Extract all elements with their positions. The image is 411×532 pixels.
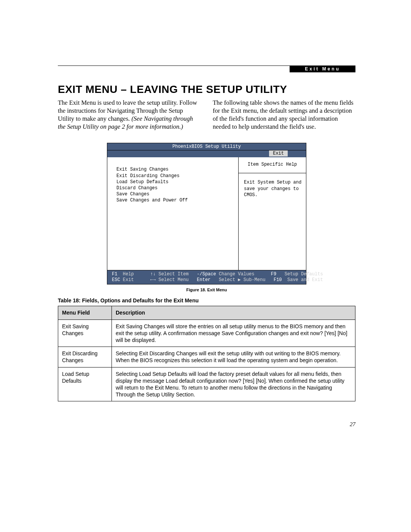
table-cell-desc: Selecting Exit Discarding Changes will e… (112, 347, 355, 367)
bios-label-help: Help (123, 272, 134, 277)
bios-key-f10: F10 (274, 277, 282, 283)
bios-label-setup-defaults: Setup Defaults (285, 272, 323, 277)
bios-key-f9: F9 (271, 272, 276, 277)
table-header-menu-field: Menu Field (58, 306, 112, 320)
bios-footer: F1 Help ↑↓ Select Item -/Space Change Va… (107, 270, 306, 284)
bios-screenshot: PhoenixBIOS Setup Utility Exit Exit Savi… (107, 143, 306, 284)
bios-footer-row-1: F1 Help ↑↓ Select Item -/Space Change Va… (112, 272, 301, 277)
section-tag: Exit Menu (290, 66, 355, 72)
table-header-description: Description (112, 306, 355, 320)
table-caption: Table 18: Fields, Options and Defaults f… (58, 297, 355, 304)
bios-tab-exit: Exit (269, 150, 288, 157)
bios-label-select-item: Select Item (158, 272, 188, 277)
table-row: Load Setup Defaults Selecting Load Setup… (58, 367, 355, 401)
table-row: Exit Saving Changes Exit Saving Changes … (58, 320, 355, 347)
bios-title: PhoenixBIOS Setup Utility (107, 143, 306, 150)
bios-key-f1: F1 (112, 272, 117, 277)
bios-help-body: Exit System Setup and save your changes … (238, 173, 306, 270)
intro-columns: The Exit Menu is used to leave the setup… (58, 99, 355, 131)
bios-key-esc: ESC (112, 277, 120, 283)
header-rule: Exit Menu (58, 66, 355, 66)
page-number: 27 (350, 421, 355, 428)
intro-col-2: The following table shows the names of t… (213, 99, 355, 131)
bios-help-title: Item Specific Help (238, 157, 306, 173)
table-cell-field: Load Setup Defaults (58, 367, 112, 401)
bios-footer-row-2: ESC Exit ←→ Select Menu Enter Select ▶ S… (112, 277, 301, 283)
bios-menu-item: Load Setup Defaults (116, 179, 235, 185)
bios-menu-item: Exit Discarding Changes (116, 173, 235, 179)
bios-tab-bar: Exit (107, 150, 306, 157)
bios-key-space: -/Space (197, 272, 216, 277)
bios-label-select-menu: Select Menu (158, 277, 188, 283)
table-cell-field: Exit Saving Changes (58, 320, 112, 347)
bios-label-save-exit: Save and Exit (287, 277, 323, 283)
table-row: Exit Discarding Changes Selecting Exit D… (58, 347, 355, 367)
table-cell-desc: Exit Saving Changes will store the entri… (112, 320, 355, 347)
page-title: EXIT MENU – LEAVING THE SETUP UTILITY (58, 83, 355, 96)
bios-key-updown: ↑↓ (150, 272, 156, 277)
bios-menu-item: Exit Saving Changes (116, 166, 235, 173)
bios-label-select-submenu: Select ▶ Sub-Menu (219, 277, 265, 283)
bios-menu-item: Save Changes and Power Off (116, 197, 235, 203)
bios-menu-item: Discard Changes (116, 185, 235, 191)
table-cell-field: Exit Discarding Changes (58, 347, 112, 367)
bios-key-leftright: ←→ (150, 277, 156, 283)
table-cell-desc: Selecting Load Setup Defaults will load … (112, 367, 355, 401)
intro-col-1: The Exit Menu is used to leave the setup… (58, 99, 201, 131)
fields-table: Menu Field Description Exit Saving Chang… (58, 306, 355, 401)
figure-caption: Figure 18. Exit Menu (58, 288, 355, 292)
bios-label-exit: Exit (123, 277, 134, 283)
bios-menu-list: Exit Saving Changes Exit Discarding Chan… (107, 157, 238, 270)
bios-key-enter: Enter (197, 277, 210, 283)
bios-menu-item: Save Changes (116, 191, 235, 197)
bios-label-change-values: Change Values (219, 272, 255, 277)
